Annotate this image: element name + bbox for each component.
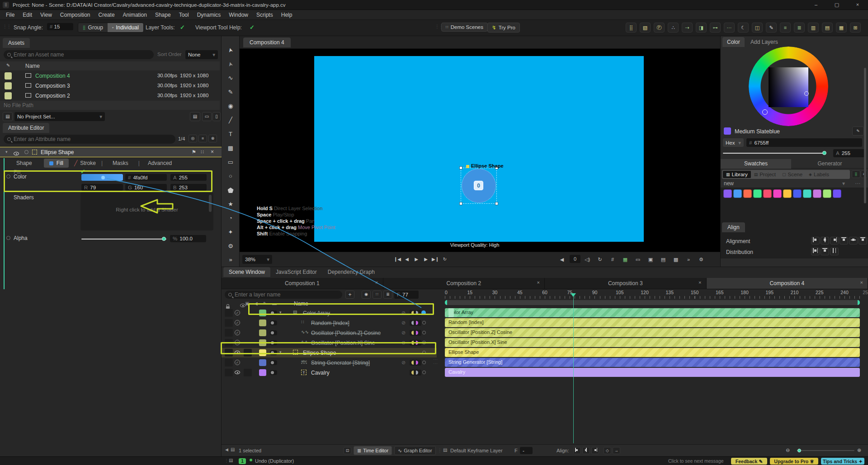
null-icon[interactable]: ⊘ [401, 320, 406, 326]
color-swatch[interactable] [743, 189, 752, 198]
tab-javascript-editor[interactable]: JavaScript Editor [270, 267, 322, 277]
layer-solo-cell[interactable] [244, 369, 252, 376]
layer-row[interactable]: ✓abcString Generator [String]⊘ [222, 358, 437, 367]
color-swatch[interactable] [763, 189, 772, 198]
menu-edit[interactable]: Edit [19, 10, 36, 20]
alpha-slider-knob[interactable] [162, 237, 166, 241]
tab-scene-window[interactable]: Scene Window [223, 267, 270, 277]
timeline-bar[interactable]: Color Array [445, 308, 860, 317]
project-briefcase-icon[interactable]: ▤ [3, 112, 13, 121]
visibility-eye-icon[interactable] [14, 152, 19, 155]
align-keys-left-button[interactable] [573, 447, 581, 454]
menu-composition[interactable]: Composition [56, 10, 94, 20]
layer-solo-cell[interactable] [244, 349, 252, 357]
selection-handle-bl[interactable] [459, 202, 462, 205]
color-swatch[interactable] [823, 189, 831, 198]
comp-tab-composition-2[interactable]: Composition 2× [383, 278, 545, 289]
align-top-button[interactable] [840, 237, 848, 244]
spiral-tool[interactable]: ◔ [222, 212, 240, 224]
pen-lasso-icon[interactable]: ✎ [766, 23, 777, 33]
source-labels[interactable]: ◈Labels [806, 171, 832, 178]
color-r-field[interactable]: R79 [81, 184, 123, 191]
individual-mode-button[interactable]: ▫Individual [108, 23, 143, 32]
distribute-spacing-button[interactable] [830, 248, 839, 255]
layer-color-swatch[interactable] [259, 339, 266, 346]
frame-icon[interactable]: Ⓕ [654, 23, 665, 33]
playhead-marker[interactable] [571, 293, 576, 297]
audio-icon[interactable]: ◁) [582, 255, 592, 264]
layer-toggle-icon[interactable] [270, 360, 277, 365]
keyframe-toggles[interactable] [410, 320, 421, 326]
comp-tab-composition-1[interactable]: Composition 1× [222, 278, 383, 289]
motion-path-icon[interactable]: ⇢ [682, 23, 693, 33]
close-tab-icon[interactable]: × [698, 280, 701, 285]
snap-to-key-button[interactable]: → [613, 447, 620, 454]
null-icon[interactable]: ⊘ [401, 360, 406, 366]
align-left-icon[interactable]: ≡ [780, 23, 791, 33]
layer-row[interactable]: ✓∿∿Oscillator [Position.Z] Cosine⊘ [222, 328, 437, 338]
composition-canvas[interactable] [314, 56, 644, 242]
demo-scenes-button[interactable]: ∷Demo Scenes [441, 23, 488, 32]
color-b-field[interactable]: B253 [170, 184, 207, 191]
more-dots-icon[interactable]: ⋯ [724, 23, 735, 33]
swatch-group-name[interactable]: new [724, 180, 734, 187]
solo-circle-icon[interactable] [24, 150, 28, 154]
sv-picker-dot[interactable] [804, 91, 809, 96]
filter-settings-icon[interactable]: ≣ [383, 291, 392, 299]
display-icon[interactable]: ▭ [633, 255, 643, 264]
layer-lock-cell[interactable] [225, 369, 233, 376]
align-justify-icon[interactable]: ≣ [794, 23, 805, 33]
menu-create[interactable]: Create [94, 10, 119, 20]
menu-help[interactable]: Help [277, 10, 297, 20]
timeline-bar[interactable]: Oscillator [Position.X] Sine [445, 338, 860, 347]
selection-handle-tl[interactable] [459, 166, 462, 169]
close-tab-icon[interactable]: × [537, 280, 540, 285]
menu-window[interactable]: Window [225, 10, 252, 20]
shader-dropzone[interactable]: Right click to add a Shader [80, 193, 213, 230]
line-tool[interactable]: ╱ [222, 114, 240, 126]
transparency-icon[interactable]: ▩ [671, 255, 681, 264]
layer-bounds-icon[interactable]: ▣ [646, 255, 656, 264]
asset-search-input[interactable] [14, 52, 150, 58]
align-keys-right-button[interactable] [591, 447, 599, 454]
project-set-dropdown[interactable]: No Project Set...▾ [14, 112, 105, 121]
menu-scripts[interactable]: Scripts [252, 10, 277, 20]
align-tab[interactable]: Align [722, 222, 745, 232]
timeline-zoom-slider[interactable] [797, 450, 854, 451]
keyframe-toggles[interactable] [410, 370, 421, 376]
color-a-field[interactable]: A255 [170, 174, 207, 181]
distribute-v-button[interactable] [821, 248, 829, 255]
layer-color-swatch[interactable] [259, 319, 266, 326]
comp-tab-composition-3[interactable]: Composition 3× [545, 278, 707, 289]
green-screen-icon[interactable]: ▦ [620, 255, 630, 264]
eyedropper-icon[interactable]: ✎ [6, 63, 10, 68]
layer-row[interactable]: TCavalry [222, 368, 437, 377]
color-swatch[interactable] [753, 189, 762, 198]
color-swatch[interactable] [813, 189, 821, 198]
pick-whip-icon[interactable]: ∷ [201, 149, 204, 155]
console-icon[interactable]: ▤ [229, 458, 233, 463]
layer-color-swatch[interactable] [259, 359, 266, 366]
layer-lock-cell[interactable] [225, 359, 233, 366]
keyframe-circle[interactable] [422, 361, 426, 364]
grid-icon[interactable]: ⊞ [850, 23, 861, 33]
connection-dot[interactable] [421, 310, 426, 315]
visibility-eye-icon[interactable] [235, 351, 240, 354]
asset-search[interactable] [4, 50, 154, 59]
color-alpha-slider[interactable] [723, 153, 825, 154]
falloff-tool[interactable]: ∿ [222, 72, 240, 84]
pentagon-tool[interactable] [222, 184, 240, 196]
tab-dependency-graph[interactable]: Dependency Graph [322, 267, 380, 277]
frame-offset-field[interactable]: - [520, 447, 533, 454]
enabled-check-icon[interactable]: ✓ [235, 310, 240, 315]
close-tab-icon[interactable]: × [375, 280, 378, 285]
alpha-slider[interactable] [81, 239, 166, 240]
viewport-canvas[interactable]: Ellipse Shape 0 Hold S Direct Layer Sele… [240, 49, 720, 252]
alpha-keyframe-circle[interactable] [6, 236, 10, 240]
asset-row[interactable]: Composition 430.00fps1920 x 1080 [0, 71, 220, 81]
text-tool[interactable]: T [222, 128, 240, 140]
zoom-in-icon[interactable]: ⊕ [857, 447, 861, 453]
keyframe-circle[interactable] [422, 341, 426, 344]
color-swatch[interactable] [803, 189, 811, 198]
selection-handle-br[interactable] [495, 202, 498, 205]
